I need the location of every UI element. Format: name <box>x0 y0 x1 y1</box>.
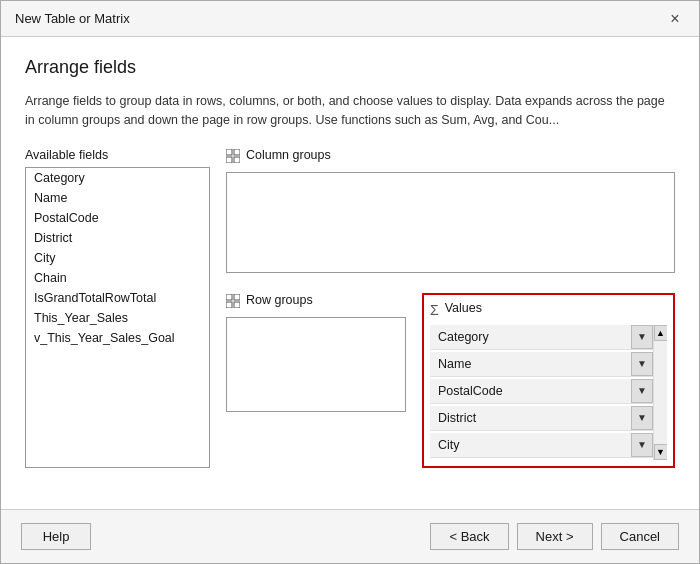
description-text: Arrange fields to group data in rows, co… <box>25 92 675 130</box>
svg-rect-6 <box>226 302 232 308</box>
scroll-down-button[interactable]: ▼ <box>654 444 668 460</box>
row-groups-icon <box>226 294 240 311</box>
close-button[interactable]: × <box>665 9 685 29</box>
list-item[interactable]: PostalCode <box>26 208 209 228</box>
fields-area: Available fields Category Name PostalCod… <box>25 148 675 468</box>
column-groups-header: Column groups <box>226 148 675 167</box>
available-fields-label: Available fields <box>25 148 210 162</box>
list-item[interactable]: v_This_Year_Sales_Goal <box>26 328 209 348</box>
list-item[interactable]: Chain <box>26 268 209 288</box>
footer: Help < Back Next > Cancel <box>1 509 699 563</box>
svg-rect-7 <box>234 302 240 308</box>
svg-rect-3 <box>234 157 240 163</box>
column-groups-label: Column groups <box>246 148 331 162</box>
value-text: Category <box>430 326 631 348</box>
value-item[interactable]: PostalCode ▼ <box>430 379 653 404</box>
value-text: District <box>430 407 631 429</box>
row-groups-header: Row groups <box>226 293 406 312</box>
svg-rect-1 <box>234 149 240 155</box>
values-section: Σ Values Category ▼ Name <box>422 293 675 468</box>
available-fields-list[interactable]: Category Name PostalCode District City C… <box>25 167 210 468</box>
column-groups-section: Column groups <box>226 148 675 273</box>
scroll-up-button[interactable]: ▲ <box>654 325 668 341</box>
value-item[interactable]: City ▼ <box>430 433 653 458</box>
values-label: Values <box>445 301 482 315</box>
next-button[interactable]: Next > <box>517 523 593 550</box>
svg-rect-2 <box>226 157 232 163</box>
mid-area: Row groups Σ Values Cat <box>226 293 675 468</box>
values-content: Category ▼ Name ▼ PostalCode ▼ <box>430 325 667 460</box>
svg-rect-4 <box>226 294 232 300</box>
dialog-title: New Table or Matrix <box>15 11 130 26</box>
value-text: Name <box>430 353 631 375</box>
list-item[interactable]: Name <box>26 188 209 208</box>
right-panels: Column groups Row groups <box>226 148 675 468</box>
cancel-button[interactable]: Cancel <box>601 523 679 550</box>
list-item[interactable]: This_Year_Sales <box>26 308 209 328</box>
list-item[interactable]: IsGrandTotalRowTotal <box>26 288 209 308</box>
svg-rect-0 <box>226 149 232 155</box>
back-button[interactable]: < Back <box>430 523 508 550</box>
list-item[interactable]: District <box>26 228 209 248</box>
values-header: Σ Values <box>430 301 667 320</box>
value-text: PostalCode <box>430 380 631 402</box>
sigma-icon: Σ <box>430 302 439 318</box>
page-title: Arrange fields <box>25 57 675 78</box>
row-groups-label: Row groups <box>246 293 313 307</box>
row-groups-box[interactable] <box>226 317 406 412</box>
title-bar: New Table or Matrix × <box>1 1 699 37</box>
footer-right-buttons: < Back Next > Cancel <box>430 523 679 550</box>
value-dropdown[interactable]: ▼ <box>631 406 653 430</box>
value-item[interactable]: District ▼ <box>430 406 653 431</box>
value-item[interactable]: Name ▼ <box>430 352 653 377</box>
column-groups-box[interactable] <box>226 172 675 273</box>
value-dropdown[interactable]: ▼ <box>631 433 653 457</box>
value-dropdown[interactable]: ▼ <box>631 379 653 403</box>
values-scrollbar[interactable]: ▲ ▼ <box>653 325 667 460</box>
column-groups-icon <box>226 149 240 166</box>
value-dropdown[interactable]: ▼ <box>631 325 653 349</box>
help-button[interactable]: Help <box>21 523 91 550</box>
dialog: New Table or Matrix × Arrange fields Arr… <box>0 0 700 564</box>
value-dropdown[interactable]: ▼ <box>631 352 653 376</box>
available-fields-panel: Available fields Category Name PostalCod… <box>25 148 210 468</box>
values-list: Category ▼ Name ▼ PostalCode ▼ <box>430 325 653 460</box>
svg-rect-5 <box>234 294 240 300</box>
list-item[interactable]: City <box>26 248 209 268</box>
content-area: Arrange fields Arrange fields to group d… <box>1 37 699 509</box>
list-item[interactable]: Category <box>26 168 209 188</box>
value-text: City <box>430 434 631 456</box>
value-item[interactable]: Category ▼ <box>430 325 653 350</box>
row-groups-section: Row groups <box>226 293 406 468</box>
